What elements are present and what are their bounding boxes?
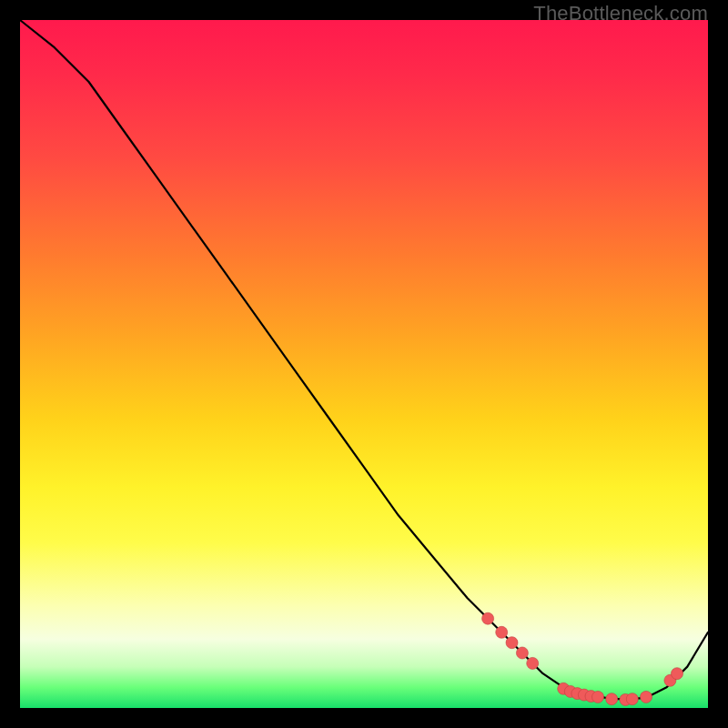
data-point — [482, 612, 494, 624]
scatter-dots — [482, 612, 683, 705]
data-point — [516, 647, 528, 659]
data-point — [672, 668, 683, 680]
data-point — [527, 657, 539, 669]
chart-svg — [20, 20, 708, 708]
bottleneck-curve — [20, 20, 708, 700]
data-point — [626, 693, 638, 705]
data-point — [606, 693, 618, 705]
watermark-text: TheBottleneck.com — [533, 2, 708, 25]
data-point — [496, 626, 508, 638]
data-point — [506, 637, 518, 649]
plot-area — [20, 20, 708, 708]
chart-frame: TheBottleneck.com — [0, 0, 728, 728]
data-point — [641, 691, 652, 703]
data-point — [592, 691, 604, 703]
